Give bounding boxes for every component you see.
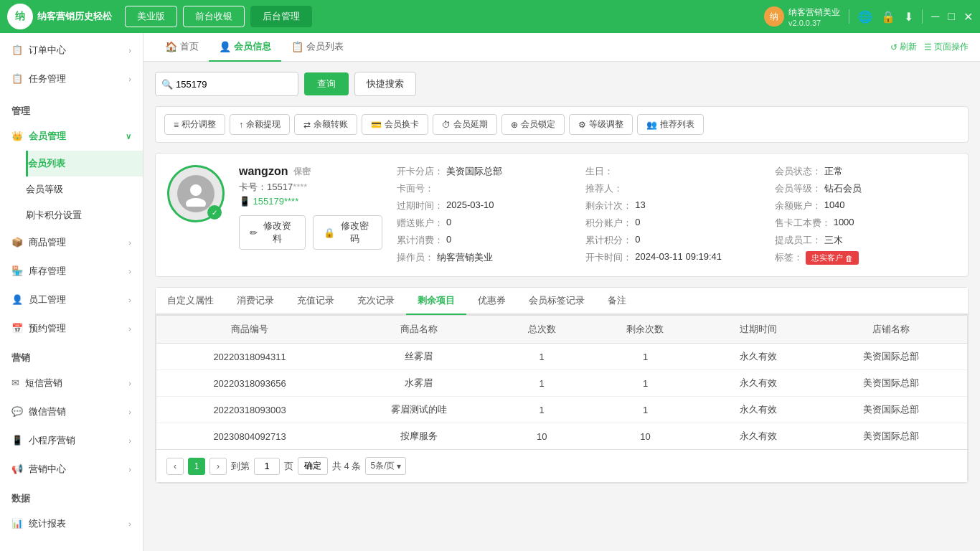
action-buttons-row: ≡ 积分调整 ↑ 余额提现 ⇄ 余额转账 💳 会员换卡 ⏱ 会员延期 [155, 106, 969, 143]
member-tag-badge[interactable]: 忠实客户 🗑 [806, 251, 859, 265]
divider2 [922, 9, 923, 24]
sub-tab-recharge-count[interactable]: 充次记录 [346, 288, 406, 315]
lock-button[interactable]: ⊕ 会员锁定 [501, 114, 565, 135]
balance-transfer-button[interactable]: ⇄ 余额转账 [294, 114, 357, 135]
tag-delete-icon[interactable]: 🗑 [845, 254, 853, 263]
member-details: 开卡分店： 美资国际总部 生日： 会员状态： 正常 [397, 165, 956, 265]
sidebar-item-wechat[interactable]: 💬微信营销 › [0, 397, 143, 426]
next-page-button[interactable]: › [209, 458, 227, 475]
col-product-name: 商品名称 [343, 316, 495, 344]
top-bar: 纳 纳客营销历史轻松 美业版 前台收银 后台管理 纳 纳客营销美业 v2.0.0… [0, 0, 980, 33]
sidebar-group-marketing: 营销 [0, 343, 143, 369]
withdraw-icon: ↑ [239, 120, 243, 130]
edit-profile-button[interactable]: ✏ 修改资料 [239, 215, 306, 250]
prev-page-button[interactable]: ‹ [166, 458, 184, 475]
detail-referrer: 推荐人： [585, 182, 767, 195]
table-row: 20230804092713 按摩服务 10 10 永久有效 美资国际总部 [156, 423, 967, 450]
close-button[interactable]: ✕ [963, 10, 973, 24]
extend-icon: ⏱ [442, 120, 451, 130]
member-top: ✓ wangzon 保密 卡号：15517**** 📱 155179**** ✏ [167, 165, 956, 265]
sub-tab-remaining[interactable]: 剩余项目 [406, 288, 466, 315]
sub-tab-tag-log[interactable]: 会员标签记录 [517, 288, 596, 315]
sidebar-item-miniprogram[interactable]: 📱小程序营销 › [0, 426, 143, 455]
tab-member-info[interactable]: 👤 会员信息 [209, 33, 281, 62]
detail-operator: 操作员： 纳客营销美业 [397, 251, 578, 265]
sub-tab-notes[interactable]: 备注 [596, 288, 638, 315]
goto-confirm-button[interactable]: 确定 [298, 457, 328, 475]
sidebar-item-card-points[interactable]: 刷卡积分设置 [26, 202, 143, 228]
globe-icon[interactable]: 🌐 [858, 10, 872, 24]
top-right: 纳 纳客营销美业 v2.0.0.37 🌐 🔒 ⬇ ─ □ ✕ [764, 6, 973, 27]
page-action-button[interactable]: ☰ 页面操作 [924, 41, 969, 53]
goto-label: 到第 [231, 460, 250, 473]
tab-actions: ↺ 刷新 ☰ 页面操作 [890, 41, 969, 53]
pagination: ‹ 1 › 到第 页 确定 共 4 条 5条/页 ▾ [156, 449, 967, 482]
detail-tag: 标签： 忠实客户 🗑 [775, 251, 956, 265]
search-bar: 🔍 查询 快捷搜索 [155, 72, 969, 96]
sidebar-item-tasks[interactable]: 📋任务管理 › [0, 65, 143, 93]
detail-balance: 余额账户： 1040 [775, 199, 956, 212]
total-records: 共 4 条 [332, 460, 361, 473]
edit-icon: ✏ [250, 227, 258, 238]
content-area: 🏠 首页 👤 会员信息 📋 会员列表 ↺ 刷新 ☰ 页面操作 🔍 [143, 33, 980, 551]
sub-tab-coupons[interactable]: 优惠券 [466, 288, 517, 315]
sidebar-item-members[interactable]: 👑会员管理 ∨ [0, 122, 143, 151]
sidebar-item-marketing-center[interactable]: 📢营销中心 › [0, 455, 143, 484]
download-icon[interactable]: ⬇ [904, 10, 913, 24]
logo-icon: 纳 [7, 4, 33, 29]
sub-tab-custom[interactable]: 自定义属性 [156, 288, 225, 315]
search-input[interactable] [176, 79, 283, 90]
lock-icon[interactable]: 🔒 [881, 10, 895, 24]
points-adjust-button[interactable]: ≡ 积分调整 [164, 114, 225, 135]
refresh-button[interactable]: ↺ 刷新 [890, 41, 917, 53]
sidebar-item-orders[interactable]: 📋订单中心 › [0, 36, 143, 65]
verified-badge: ✓ [207, 205, 222, 220]
col-expire: 过期时间 [702, 316, 815, 344]
col-total: 总次数 [495, 316, 589, 344]
member-icon: 👤 [219, 41, 231, 52]
user-avatar: 纳 [764, 6, 784, 27]
recommend-icon: 👥 [646, 120, 657, 130]
recommend-list-button[interactable]: 👥 推荐列表 [637, 114, 704, 135]
avatar-wrap: ✓ [167, 165, 225, 222]
sidebar-item-member-level[interactable]: 会员等级 [26, 176, 143, 202]
current-page-button[interactable]: 1 [188, 458, 205, 475]
sidebar-item-sms[interactable]: ✉短信营销 › [0, 369, 143, 397]
member-phone: 📱 155179**** [239, 196, 382, 207]
per-page-chevron: ▾ [397, 461, 401, 471]
query-button[interactable]: 查询 [304, 72, 349, 95]
sub-tab-recharge[interactable]: 充值记录 [286, 288, 346, 315]
beauty-version-button[interactable]: 美业版 [125, 6, 177, 27]
minimize-button[interactable]: ─ [931, 10, 939, 23]
sidebar-item-inventory[interactable]: 🏪库存管理 › [0, 257, 143, 286]
sidebar-item-reports[interactable]: 📊统计报表 › [0, 509, 143, 538]
sidebar-item-member-list[interactable]: 会员列表 [26, 151, 143, 176]
home-icon: 🏠 [165, 41, 177, 52]
sidebar-item-products[interactable]: 📦商品管理 › [0, 228, 143, 257]
sidebar-item-appointments[interactable]: 📅预约管理 › [0, 314, 143, 343]
tab-home[interactable]: 🏠 首页 [155, 33, 209, 62]
tab-member-list[interactable]: 📋 会员列表 [281, 33, 354, 62]
extend-button[interactable]: ⏱ 会员延期 [433, 114, 497, 135]
main-layout: 📋订单中心 › 📋任务管理 › 管理 👑会员管理 ∨ 会员列表 会员等级 刷卡积… [0, 33, 980, 551]
lock-icon: ⊕ [511, 120, 518, 130]
detail-total-consumed: 累计消费： 0 [397, 234, 578, 247]
front-desk-button[interactable]: 前台收银 [183, 6, 245, 27]
search-icon: 🔍 [161, 79, 173, 90]
table-row: 20220318093003 雾眉测试的哇 1 1 永久有效 美资国际总部 [156, 397, 967, 423]
card-replace-button[interactable]: 💳 会员换卡 [362, 114, 428, 135]
balance-withdraw-button[interactable]: ↑ 余额提现 [230, 114, 290, 135]
level-adjust-button[interactable]: ⚙ 等级调整 [569, 114, 633, 135]
maximize-button[interactable]: □ [948, 10, 955, 23]
sidebar-section-orders: 📋订单中心 › 📋任务管理 › [0, 33, 143, 96]
detail-level: 会员等级： 钻石会员 [775, 182, 956, 195]
svg-point-1 [186, 198, 206, 207]
backend-button[interactable]: 后台管理 [250, 6, 312, 27]
per-page-select[interactable]: 5条/页 ▾ [365, 457, 406, 475]
sub-tab-consume[interactable]: 消费记录 [225, 288, 286, 315]
page-goto-input[interactable] [254, 458, 280, 475]
sidebar-item-staff[interactable]: 👤员工管理 › [0, 286, 143, 314]
quick-search-button[interactable]: 快捷搜索 [354, 72, 416, 96]
search-input-wrap: 🔍 [155, 72, 298, 96]
change-password-button[interactable]: 🔒 修改密码 [313, 215, 382, 250]
